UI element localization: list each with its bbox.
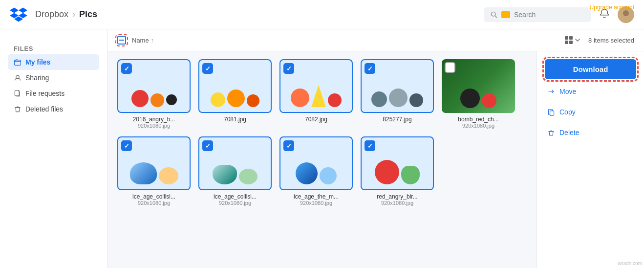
checkmark-icon: ✓ [367,143,373,149]
file-name: 7081.jpg [198,116,272,123]
file-name: ice_age_the_m... [279,193,353,200]
sidebar-item-files-heading: Files [8,39,99,54]
file-size: 920x1080.jpg [138,123,170,129]
indeterminate-indicator [119,40,124,41]
main-area: Name ↑ 8 items selected [107,29,644,268]
list-item[interactable]: ✓ ice_age_the_m... 920x1080.jpg [279,136,353,206]
svg-rect-9 [15,60,21,65]
layout: Files My files Sharing [0,29,644,268]
file-thumbnail: ✓ [279,136,353,190]
check-badge[interactable]: ✓ [202,140,213,151]
file-size: 920x1080.jpg [138,200,170,206]
check-badge[interactable]: ✓ [121,63,132,74]
file-size: 920x1080.jpg [300,200,332,206]
file-size: 920x1080.jpg [462,123,494,129]
check-badge[interactable]: ✓ [365,63,375,74]
sidebar-item-file-requests[interactable]: File requests [8,86,99,101]
my-files-label: My files [25,58,50,66]
file-requests-label: File requests [25,89,64,97]
file-grid-area: ✓ 2016_angry_b... 920x1080.jpg [107,51,537,268]
file-thumbnail: ✓ [279,59,353,113]
grid-view-button[interactable] [562,33,582,47]
deleted-files-label: Deleted files [25,105,63,113]
breadcrumb-separator: › [72,9,75,20]
file-thumbnail: ✓ [361,59,434,113]
file-grid: ✓ 2016_angry_b... 920x1080.jpg [117,59,527,206]
sidebar-item-my-files[interactable]: My files [8,54,99,70]
breadcrumb: Dropbox › Pics [35,9,97,20]
search-bar [484,7,591,22]
list-item[interactable]: ✓ red_angry_bir... 920x1080.jpg [361,136,434,206]
file-thumbnail: ✓ [198,59,272,113]
file-name: ice_age_collisi... [117,193,191,200]
list-item[interactable]: ✓ 2016_angry_b... 920x1080.jpg [117,59,191,129]
file-size: 920x1080.jpg [219,200,251,206]
file-name: bomb_red_ch... [442,116,515,123]
list-item[interactable]: ✓ 7082.jpg [279,59,353,129]
file-name: red_angry_bir... [361,193,434,200]
copy-button[interactable]: Copy [545,104,636,120]
check-badge[interactable] [445,62,455,73]
sidebar-item-deleted-files[interactable]: Deleted files [8,101,99,117]
dropbox-logo [10,6,27,23]
action-panel: Download Move [537,51,644,268]
sidebar: Files My files Sharing [0,29,107,268]
move-button[interactable]: Move [545,83,636,100]
file-thumbnail: ✓ [117,136,191,190]
file-thumbnail: ✓ [117,59,191,113]
list-item[interactable]: ✓ ice_age_collisi... 920x1080.jpg [198,136,272,206]
file-name: 2016_angry_b... [117,116,191,123]
chevron-down-icon [575,37,580,43]
delete-icon [547,128,556,137]
checkmark-icon: ✓ [205,143,211,149]
list-item[interactable]: ✓ 825277.jpg [361,59,434,129]
content-area: ✓ 2016_angry_b... 920x1080.jpg [107,51,644,268]
check-badge[interactable]: ✓ [121,140,132,151]
list-item[interactable]: ✓ ice_age_collisi... 920x1080.jpg [117,136,191,206]
list-item[interactable]: ✓ 7081.jpg [198,59,272,129]
checkmark-icon: ✓ [286,66,292,72]
file-size: 920x1080.jpg [381,200,413,206]
search-input[interactable] [514,11,584,19]
checkmark-icon: ✓ [286,143,292,149]
file-thumbnail [442,59,515,113]
check-badge[interactable]: ✓ [365,140,375,151]
search-icon [491,11,497,18]
file-name: 825277.jpg [361,116,434,123]
delete-button[interactable]: Delete [545,124,636,141]
sharing-icon [14,74,21,82]
check-badge[interactable]: ✓ [283,63,294,74]
upgrade-link[interactable]: Upgrade account [590,4,634,11]
check-badge[interactable]: ✓ [283,140,294,151]
svg-rect-14 [565,41,568,44]
download-button[interactable]: Download [545,59,636,79]
svg-point-7 [623,10,629,16]
deleted-files-icon [14,105,21,113]
checkmark-icon: ✓ [205,66,211,72]
items-selected-count: 8 items selected [588,37,634,44]
sort-name-button[interactable]: Name ↑ [132,37,153,44]
svg-rect-15 [569,41,573,44]
copy-label: Copy [559,108,576,116]
breadcrumb-parent[interactable]: Dropbox [35,9,68,20]
list-item[interactable]: bomb_red_ch... 920x1080.jpg [442,59,515,129]
select-all-checkbox[interactable] [117,36,126,45]
my-files-icon [14,58,21,66]
breadcrumb-current: Pics [79,9,97,20]
svg-marker-1 [19,7,27,13]
checkmark-icon: ✓ [124,143,129,149]
move-label: Move [559,88,576,95]
sharing-label: Sharing [25,74,49,82]
svg-line-6 [495,16,497,18]
watermark: wsxdn.com [618,261,642,266]
move-icon [547,87,556,96]
file-requests-icon [14,89,21,97]
sort-label: Name [132,37,149,44]
file-thumbnail: ✓ [198,136,272,190]
sidebar-item-sharing[interactable]: Sharing [8,70,99,86]
svg-point-8 [621,17,631,23]
sort-arrow-icon: ↑ [151,37,154,43]
grid-icon [564,35,574,45]
check-badge[interactable]: ✓ [202,63,213,74]
toolbar: Name ↑ 8 items selected [107,29,644,51]
